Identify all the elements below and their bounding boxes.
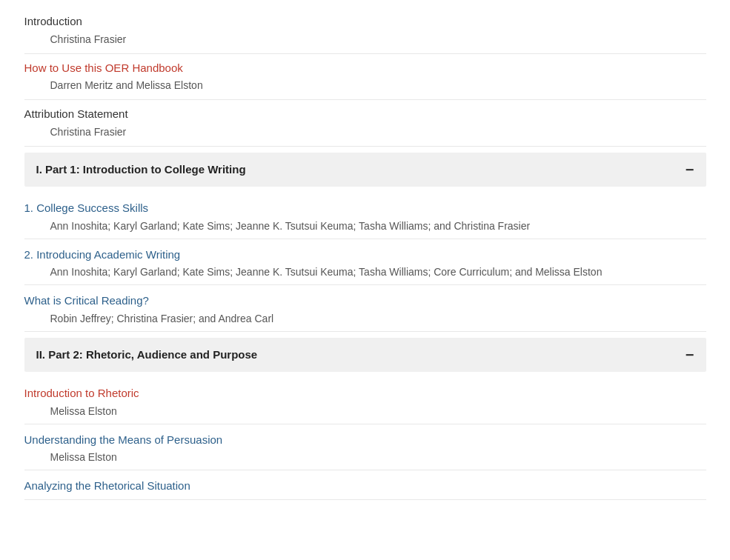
introduction-author: Christina Frasier — [24, 30, 706, 47]
academic-writing-label[interactable]: Introducing Academic Writing — [36, 248, 180, 261]
toc-container: Introduction Christina Frasier How to Us… — [10, 0, 721, 507]
critical-reading-title[interactable]: What is Critical Reading? — [24, 293, 706, 310]
college-success-author: Ann Inoshita; Karyl Garland; Kate Sims; … — [24, 217, 706, 234]
toc-item-introduction: Introduction Christina Frasier — [24, 7, 706, 54]
introduction-title: Introduction — [24, 13, 706, 30]
part2-section-header: II. Part 2: Rhetoric, Audience and Purpo… — [24, 338, 706, 373]
how-to-use-title[interactable]: How to Use this OER Handbook — [24, 60, 706, 77]
toc-item-attribution: Attribution Statement Christina Frasier — [24, 100, 706, 147]
rhetorical-situation-title[interactable]: Analyzing the Rhetorical Situation — [24, 478, 706, 495]
academic-writing-number: 2. — [24, 248, 37, 261]
toc-item-intro-rhetoric: Introduction to Rhetoric Melissa Elston — [24, 378, 706, 424]
toc-item-academic-writing: 2. Introducing Academic Writing Ann Inos… — [24, 239, 706, 286]
attribution-author: Christina Frasier — [24, 123, 706, 140]
academic-writing-author: Ann Inoshita; Karyl Garland; Kate Sims; … — [24, 263, 706, 280]
part2-toggle[interactable]: − — [686, 347, 694, 362]
toc-item-how-to-use: How to Use this OER Handbook Darren Meri… — [24, 54, 706, 101]
part1-toggle[interactable]: − — [686, 162, 694, 177]
college-success-label[interactable]: College Success Skills — [36, 201, 148, 214]
critical-reading-author: Robin Jeffrey; Christina Frasier; and An… — [24, 310, 706, 327]
part2-title: II. Part 2: Rhetoric, Audience and Purpo… — [36, 347, 258, 364]
college-success-title[interactable]: 1. College Success Skills — [24, 200, 706, 217]
toc-item-rhetorical-situation: Analyzing the Rhetorical Situation — [24, 470, 706, 500]
means-persuasion-title[interactable]: Understanding the Means of Persuasion — [24, 432, 706, 449]
academic-writing-title[interactable]: 2. Introducing Academic Writing — [24, 247, 706, 264]
toc-item-means-persuasion: Understanding the Means of Persuasion Me… — [24, 424, 706, 471]
how-to-use-author: Darren Meritz and Melissa Elston — [24, 76, 706, 93]
college-success-number: 1. — [24, 201, 37, 214]
part1-title: I. Part 1: Introduction to College Writi… — [36, 161, 246, 179]
part1-section-header: I. Part 1: Introduction to College Writi… — [24, 153, 706, 187]
intro-rhetoric-title[interactable]: Introduction to Rhetoric — [24, 385, 706, 402]
intro-rhetoric-author: Melissa Elston — [24, 402, 706, 419]
means-persuasion-author: Melissa Elston — [24, 448, 706, 465]
attribution-title: Attribution Statement — [24, 106, 706, 123]
toc-item-college-success: 1. College Success Skills Ann Inoshita; … — [24, 193, 706, 239]
toc-item-critical-reading: What is Critical Reading? Robin Jeffrey;… — [24, 285, 706, 332]
